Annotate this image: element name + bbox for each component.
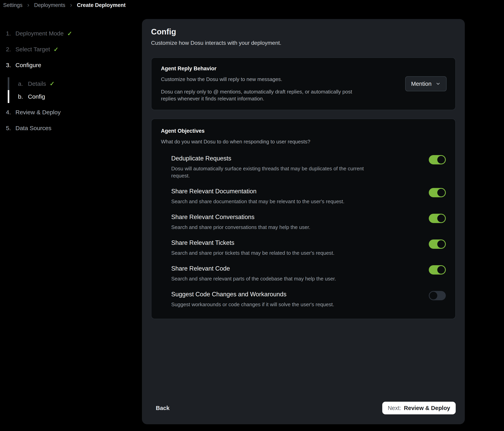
objective-text: Share Relevant Documentation Search and … (171, 188, 344, 205)
page-subtitle: Customize how Dosu interacts with your d… (151, 40, 456, 46)
objective-label: Deduplicate Requests (171, 155, 381, 162)
objective-label: Share Relevant Code (171, 265, 336, 272)
breadcrumb-deployments[interactable]: Deployments (34, 2, 65, 8)
objective-row-share-conversations: Share Relevant Conversations Search and … (171, 213, 447, 231)
check-icon: ✓ (67, 30, 72, 37)
step-number: 2. (6, 46, 15, 53)
objective-row-deduplicate-requests: Deduplicate Requests Dosu will automatic… (171, 155, 447, 179)
toggle-share-conversations[interactable] (429, 214, 446, 223)
step-configure[interactable]: 3. Configure (6, 61, 133, 69)
step-label: Configure (15, 62, 41, 69)
objective-row-share-documentation: Share Relevant Documentation Search and … (171, 188, 447, 205)
substep-letter: a. (18, 80, 28, 87)
step-number: 4. (6, 109, 15, 116)
objective-description: Dosu will automatically surface existing… (171, 165, 381, 179)
configure-substeps: a. Details ✓ b. Config (8, 77, 133, 103)
toggle-knob (437, 156, 445, 164)
toggle-knob (437, 189, 445, 196)
objective-text: Share Relevant Code Search and share rel… (171, 265, 336, 282)
next-button[interactable]: Next: Review & Deploy (382, 402, 456, 414)
chevron-right-icon: › (27, 2, 29, 8)
toggle-share-documentation[interactable] (429, 188, 446, 197)
breadcrumb: Settings › Deployments › Create Deployme… (3, 2, 126, 8)
next-button-prefix: Next: (388, 405, 401, 411)
substep-details[interactable]: a. Details ✓ (8, 77, 133, 90)
wizard-steps-sidebar: 1. Deployment Mode ✓ 2. Select Target ✓ … (6, 30, 133, 140)
reply-behavior-selected-value: Mention (411, 81, 432, 87)
reply-behavior-dropdown[interactable]: Mention (405, 76, 447, 91)
chevron-down-icon (435, 81, 441, 86)
objective-description: Search and share prior tickets that may … (171, 249, 334, 257)
toggle-knob (437, 240, 445, 248)
step-data-sources[interactable]: 5. Data Sources (6, 124, 133, 132)
check-icon: ✓ (50, 80, 55, 87)
reply-card-text: Agent Reply Behavior Customize how the D… (161, 65, 363, 102)
substep-config[interactable]: b. Config (8, 90, 133, 103)
substep-letter: b. (18, 93, 28, 100)
breadcrumb-settings[interactable]: Settings (3, 2, 23, 8)
step-label: Deployment Mode (15, 30, 63, 37)
toggle-knob (437, 214, 445, 222)
objective-text: Deduplicate Requests Dosu will automatic… (171, 155, 381, 179)
step-label: Data Sources (15, 125, 52, 131)
step-select-target[interactable]: 2. Select Target ✓ (6, 46, 133, 53)
objective-row-share-code: Share Relevant Code Search and share rel… (171, 265, 447, 282)
objective-description: Suggest workarounds or code changes if i… (171, 301, 334, 308)
chevron-right-icon: › (70, 2, 72, 8)
step-number: 3. (6, 62, 15, 69)
objective-row-suggest-code-changes: Suggest Code Changes and Workarounds Sug… (171, 291, 447, 308)
page-title: Config (151, 27, 456, 37)
reply-card-description: Customize how the Dosu will reply to new… (161, 76, 363, 83)
substep-label: Details (28, 80, 46, 87)
step-review-deploy[interactable]: 4. Review & Deploy (6, 109, 133, 116)
objective-text: Suggest Code Changes and Workarounds Sug… (171, 291, 334, 308)
toggle-deduplicate-requests[interactable] (429, 155, 446, 165)
objective-label: Share Relevant Documentation (171, 188, 344, 195)
objective-label: Suggest Code Changes and Workarounds (171, 291, 334, 298)
objective-label: Share Relevant Tickets (171, 239, 334, 247)
reply-card-details: Dosu can reply only to @ mentions, autom… (161, 88, 363, 102)
agent-objectives-card: Agent Objectives What do you want Dosu t… (151, 119, 456, 319)
objective-toggle-list: Deduplicate Requests Dosu will automatic… (171, 155, 447, 308)
step-number: 1. (6, 30, 15, 37)
substep-label: Config (28, 93, 45, 100)
reply-card-title: Agent Reply Behavior (161, 65, 363, 72)
toggle-share-code[interactable] (429, 265, 446, 275)
toggle-suggest-code-changes[interactable] (429, 291, 446, 300)
step-label: Review & Deploy (15, 109, 61, 116)
back-button[interactable]: Back (151, 402, 174, 414)
step-number: 5. (6, 125, 15, 131)
breadcrumb-create-deployment: Create Deployment (77, 2, 126, 8)
objective-row-share-tickets: Share Relevant Tickets Search and share … (171, 239, 447, 257)
wizard-footer: Back Next: Review & Deploy (151, 402, 456, 414)
objective-description: Search and share relevant parts of the c… (171, 275, 336, 282)
toggle-knob (430, 292, 437, 300)
step-label: Select Target (15, 46, 50, 53)
objective-description: Search and share documentation that may … (171, 198, 344, 205)
objective-description: Search and share prior conversations tha… (171, 224, 310, 231)
toggle-knob (437, 266, 445, 274)
toggle-share-tickets[interactable] (429, 239, 446, 249)
objectives-card-subtitle: What do you want Dosu to do when respond… (161, 138, 447, 145)
step-deployment-mode[interactable]: 1. Deployment Mode ✓ (6, 30, 133, 37)
agent-reply-behavior-card: Agent Reply Behavior Customize how the D… (151, 57, 456, 110)
check-icon: ✓ (54, 46, 59, 53)
objective-text: Share Relevant Conversations Search and … (171, 213, 310, 231)
objectives-card-title: Agent Objectives (161, 128, 447, 134)
next-button-label: Review & Deploy (404, 405, 450, 411)
objective-text: Share Relevant Tickets Search and share … (171, 239, 334, 257)
config-panel: Config Customize how Dosu interacts with… (142, 19, 465, 424)
objective-label: Share Relevant Conversations (171, 213, 310, 221)
